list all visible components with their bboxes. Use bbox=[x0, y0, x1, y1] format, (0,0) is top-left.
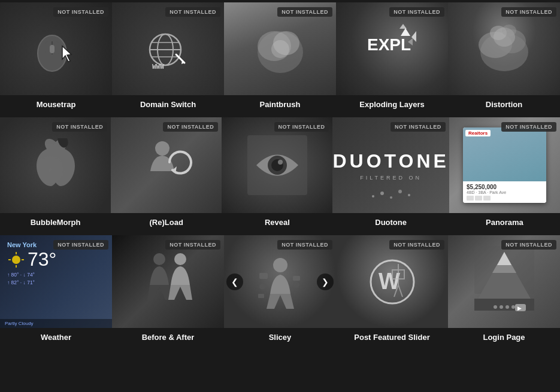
plugin-thumbnail-duotone: NOT INSTALLED DUOTONE FILTERED ON bbox=[332, 117, 449, 213]
plugin-name-domain-switch: Domain Switch bbox=[140, 100, 196, 109]
plugin-item-domain-switch[interactable]: NOT INSTALLED WWW bbox=[112, 2, 224, 117]
plugin-thumbnail-slicey: NOT INSTALLED ❮ ❯ bbox=[224, 235, 336, 328]
svg-point-52 bbox=[293, 282, 299, 288]
plugin-thumbnail-weather: NOT INSTALLED New York 73° bbox=[0, 235, 112, 328]
plugin-item-before-after[interactable]: NOT INSTALLED bbox=[112, 235, 224, 350]
svg-rect-50 bbox=[293, 276, 300, 281]
nav-arrow-right[interactable]: ❯ bbox=[317, 274, 334, 290]
not-installed-badge: NOT INSTALLED bbox=[389, 7, 444, 17]
plugin-thumbnail-distortion: NOT INSTALLED bbox=[448, 2, 560, 95]
plugin-item-paintbrush[interactable]: NOT INSTALLED Paintbrush bbox=[224, 2, 336, 117]
plugin-name-slicey: Slicey bbox=[269, 333, 292, 342]
plugin-item-mousetrap[interactable]: NOT INSTALLED Mousetrap bbox=[0, 2, 112, 117]
not-installed-badge: NOT INSTALLED bbox=[274, 122, 329, 132]
plugin-item-reload[interactable]: NOT INSTALLED (Re)Load bbox=[111, 117, 222, 235]
svg-rect-53 bbox=[258, 294, 264, 298]
plugin-row-1: NOT INSTALLED Mousetrap bbox=[0, 2, 560, 117]
plugin-item-reveal[interactable]: NOT INSTALLED bbox=[222, 117, 332, 235]
duotone-sublabel: FILTERED ON bbox=[360, 175, 422, 181]
plugin-name-before-after: Before & After bbox=[142, 333, 195, 342]
plugin-item-panorama[interactable]: NOT INSTALLED Realtors $5,250,000 4BD · … bbox=[449, 117, 560, 235]
plugin-thumbnail-bubblemorph: NOT INSTALLED bbox=[0, 117, 111, 213]
plugin-name-paintbrush: Paintbrush bbox=[260, 100, 301, 109]
not-installed-badge: NOT INSTALLED bbox=[53, 240, 108, 250]
plugin-thumbnail-before-after: NOT INSTALLED bbox=[112, 235, 224, 328]
not-installed-badge: NOT INSTALLED bbox=[53, 7, 108, 17]
plugin-name-login-page: Login Page bbox=[483, 333, 525, 342]
plugin-item-bubblemorph[interactable]: NOT INSTALLED BubbleMorph bbox=[0, 117, 111, 235]
plugin-name-weather: Weather bbox=[41, 333, 71, 342]
svg-point-64 bbox=[511, 305, 515, 309]
plugin-name-exploding-layers: Exploding Layers bbox=[359, 100, 424, 109]
svg-point-45 bbox=[153, 253, 165, 265]
reload-icon bbox=[140, 135, 193, 195]
svg-text:EXPL: EXPL bbox=[367, 35, 411, 54]
svg-point-37 bbox=[390, 196, 392, 199]
plugin-name-reveal: Reveal bbox=[265, 218, 290, 227]
svg-point-38 bbox=[398, 190, 402, 193]
not-installed-badge: NOT INSTALLED bbox=[501, 240, 556, 250]
plugin-row-2: NOT INSTALLED BubbleMorph NOT INSTALLED bbox=[0, 117, 560, 235]
not-installed-badge: NOT INSTALLED bbox=[389, 240, 444, 250]
svg-point-47 bbox=[174, 253, 186, 265]
svg-rect-3 bbox=[50, 45, 55, 53]
slicey-icon bbox=[253, 252, 307, 312]
plugin-row-3: NOT INSTALLED New York 73° bbox=[0, 235, 560, 350]
plugin-thumbnail-post-featured: NOT INSTALLED W bbox=[336, 235, 448, 328]
plugin-item-slicey[interactable]: NOT INSTALLED ❮ ❯ bbox=[224, 235, 336, 350]
plugin-thumbnail-paintbrush: NOT INSTALLED bbox=[224, 2, 336, 95]
not-installed-badge: NOT INSTALLED bbox=[163, 122, 218, 132]
svg-marker-18 bbox=[401, 28, 410, 36]
reveal-icon bbox=[247, 135, 307, 195]
login-page-icon: ▶ bbox=[474, 246, 534, 318]
plugin-name-post-featured: Post Featured Slider bbox=[354, 333, 429, 342]
plugin-name-bubblemorph: BubbleMorph bbox=[31, 218, 81, 227]
svg-point-48 bbox=[273, 258, 287, 272]
sun-icon bbox=[7, 251, 25, 269]
svg-point-34 bbox=[278, 160, 283, 165]
svg-point-29 bbox=[155, 141, 169, 156]
duotone-label: DUOTONE bbox=[332, 150, 449, 172]
not-installed-badge: NOT INSTALLED bbox=[277, 240, 332, 250]
plugin-item-post-featured[interactable]: NOT INSTALLED W Post Featured Slider bbox=[336, 235, 448, 350]
plugin-item-login-page[interactable]: NOT INSTALLED bbox=[448, 235, 560, 350]
plugin-thumbnail-panorama: NOT INSTALLED Realtors $5,250,000 4BD · … bbox=[449, 117, 560, 213]
not-installed-badge: NOT INSTALLED bbox=[501, 122, 556, 132]
plugin-name-reload: (Re)Load bbox=[150, 218, 183, 227]
bubblemorph-icon bbox=[32, 138, 80, 192]
plugin-item-distortion[interactable]: NOT INSTALLED Distortion bbox=[448, 2, 560, 117]
plugin-grid: NOT INSTALLED Mousetrap bbox=[0, 0, 560, 355]
svg-rect-49 bbox=[259, 273, 268, 279]
duotone-particles bbox=[367, 184, 415, 202]
svg-point-40 bbox=[12, 256, 20, 264]
post-featured-icon: W bbox=[365, 252, 419, 312]
plugin-thumbnail-reload: NOT INSTALLED bbox=[111, 117, 222, 213]
svg-text:▶: ▶ bbox=[517, 305, 522, 311]
paintbrush-icon bbox=[250, 19, 310, 79]
plugin-item-duotone[interactable]: NOT INSTALLED DUOTONE FILTERED ON Duoton… bbox=[332, 117, 449, 235]
plugin-thumbnail-domain-switch: NOT INSTALLED WWW bbox=[112, 2, 224, 95]
not-installed-badge: NOT INSTALLED bbox=[165, 240, 220, 250]
domain-switch-icon: WWW bbox=[143, 23, 193, 74]
plugin-thumbnail-mousetrap: NOT INSTALLED bbox=[0, 2, 112, 95]
not-installed-badge: NOT INSTALLED bbox=[501, 7, 556, 17]
svg-point-35 bbox=[372, 195, 374, 197]
plugin-item-weather[interactable]: NOT INSTALLED New York 73° bbox=[0, 235, 112, 350]
plugin-name-panorama: Panorama bbox=[486, 218, 523, 227]
mousetrap-icon bbox=[29, 22, 83, 76]
svg-point-27 bbox=[502, 25, 516, 37]
nav-arrow-left[interactable]: ❮ bbox=[226, 274, 243, 290]
plugin-name-mousetrap: Mousetrap bbox=[37, 100, 76, 109]
not-installed-badge: NOT INSTALLED bbox=[391, 122, 446, 132]
svg-point-62 bbox=[500, 305, 503, 309]
plugin-name-duotone: Duotone bbox=[375, 218, 407, 227]
plugin-item-exploding-layers[interactable]: NOT INSTALLED EXPL Exploding Layers bbox=[336, 2, 448, 117]
svg-point-16 bbox=[271, 40, 289, 58]
svg-point-61 bbox=[494, 305, 497, 309]
svg-point-39 bbox=[408, 194, 410, 196]
distortion-icon bbox=[474, 16, 534, 82]
svg-point-63 bbox=[505, 305, 509, 309]
not-installed-badge: NOT INSTALLED bbox=[165, 7, 220, 17]
plugin-thumbnail-reveal: NOT INSTALLED bbox=[222, 117, 332, 213]
svg-marker-20 bbox=[399, 24, 407, 29]
